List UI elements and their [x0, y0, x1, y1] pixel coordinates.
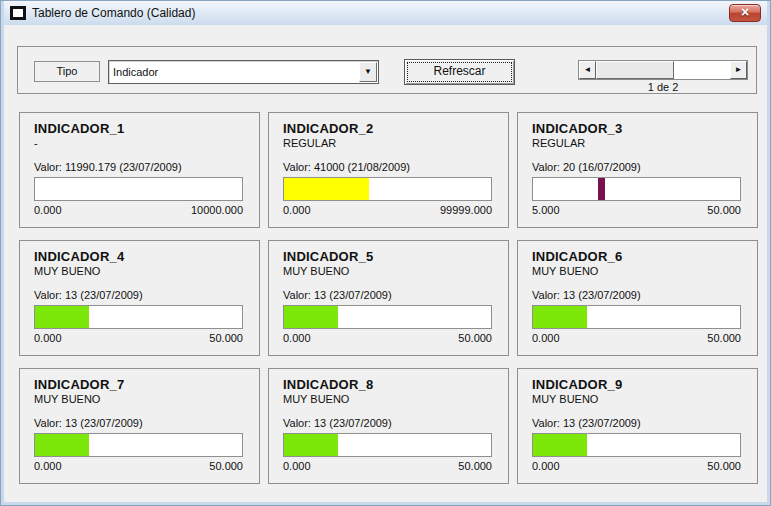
scroll-left-button[interactable]: ◄ [579, 61, 596, 79]
indicator-status: MUY BUENO [34, 393, 243, 406]
indicator-max: 50.000 [209, 332, 243, 344]
indicator-progress-bar [532, 305, 741, 329]
type-combobox-value: Indicador [109, 66, 358, 78]
indicator-value: Valor: 13 (23/07/2009) [283, 289, 492, 301]
indicator-progress-fill [35, 434, 89, 456]
arrow-right-icon: ► [735, 65, 743, 74]
indicator-progress-fill [533, 434, 587, 456]
indicator-progress-bar [34, 305, 243, 329]
indicator-value: Valor: 13 (23/07/2009) [532, 417, 741, 429]
indicator-min: 0.000 [283, 460, 311, 472]
indicator-min: 0.000 [532, 332, 560, 344]
client-area: Tipo Indicador ▼ Refrescar ◄ ► [4, 25, 767, 502]
indicator-marker-fill [598, 178, 605, 200]
title-bar[interactable]: Tablero de Comando (Calidad) × [4, 1, 767, 25]
indicator-progress-bar [532, 433, 741, 457]
arrow-left-icon: ◄ [584, 65, 592, 74]
refresh-button[interactable]: Refrescar [404, 59, 515, 85]
indicator-card-6: INDICADOR_6 MUY BUENO Valor: 13 (23/07/2… [517, 240, 758, 356]
indicator-progress-fill [284, 306, 338, 328]
indicator-title: INDICADOR_7 [34, 377, 243, 392]
indicator-range: 0.000 50.000 [34, 460, 243, 472]
indicator-title: INDICADOR_1 [34, 121, 243, 136]
app-form-icon [10, 6, 26, 20]
indicator-max: 50.000 [707, 460, 741, 472]
type-combobox[interactable]: Indicador ▼ [108, 60, 379, 84]
indicator-progress-bar [283, 177, 492, 201]
indicator-card-5: INDICADOR_5 MUY BUENO Valor: 13 (23/07/2… [268, 240, 509, 356]
close-icon: × [741, 4, 749, 20]
page-indicator-label: 1 de 2 [578, 81, 748, 93]
indicator-title: INDICADOR_3 [532, 121, 741, 136]
indicator-range: 0.000 50.000 [532, 460, 741, 472]
indicator-range: 0.000 10000.000 [34, 204, 243, 216]
indicator-min: 0.000 [283, 332, 311, 344]
indicator-max: 50.000 [707, 332, 741, 344]
indicator-card-4: INDICADOR_4 MUY BUENO Valor: 13 (23/07/2… [19, 240, 260, 356]
indicator-value: Valor: 13 (23/07/2009) [532, 289, 741, 301]
indicator-min: 5.000 [532, 204, 560, 216]
indicator-title: INDICADOR_2 [283, 121, 492, 136]
window-title: Tablero de Comando (Calidad) [32, 6, 195, 20]
indicator-status: - [34, 137, 243, 150]
indicator-title: INDICADOR_4 [34, 249, 243, 264]
indicator-min: 0.000 [34, 460, 62, 472]
indicator-progress-fill [35, 306, 89, 328]
indicator-status: MUY BUENO [283, 393, 492, 406]
indicator-title: INDICADOR_6 [532, 249, 741, 264]
indicator-max: 10000.000 [191, 204, 243, 216]
dialog-window: Tablero de Comando (Calidad) × Tipo Indi… [0, 0, 771, 506]
indicator-value: Valor: 41000 (21/08/2009) [283, 161, 492, 173]
indicator-range: 0.000 50.000 [532, 332, 741, 344]
scrollbar-thumb[interactable] [596, 61, 674, 79]
indicator-progress-bar [34, 433, 243, 457]
indicator-title: INDICADOR_9 [532, 377, 741, 392]
indicator-min: 0.000 [283, 204, 311, 216]
indicator-status: MUY BUENO [34, 265, 243, 278]
type-label: Tipo [34, 61, 100, 82]
indicator-status: REGULAR [283, 137, 492, 150]
indicator-range: 5.000 50.000 [532, 204, 741, 216]
indicator-value: Valor: 13 (23/07/2009) [34, 289, 243, 301]
indicator-progress-bar [283, 433, 492, 457]
chevron-down-icon: ▼ [364, 67, 372, 76]
indicator-progress-fill [284, 178, 369, 200]
indicator-status: MUY BUENO [532, 393, 741, 406]
indicator-range: 0.000 50.000 [283, 332, 492, 344]
indicator-max: 50.000 [209, 460, 243, 472]
indicator-min: 0.000 [532, 460, 560, 472]
indicator-grid: INDICADOR_1 - Valor: 11990.179 (23/07/20… [19, 112, 758, 484]
page-scrollbar[interactable]: ◄ ► [578, 60, 748, 80]
indicator-title: INDICADOR_5 [283, 249, 492, 264]
refresh-button-label: Refrescar [407, 62, 512, 82]
indicator-max: 99999.000 [440, 204, 492, 216]
indicator-card-7: INDICADOR_7 MUY BUENO Valor: 13 (23/07/2… [19, 368, 260, 484]
indicator-progress-bar [532, 177, 741, 201]
indicator-value: Valor: 11990.179 (23/07/2009) [34, 161, 243, 173]
combobox-dropdown-button[interactable]: ▼ [359, 62, 377, 82]
indicator-range: 0.000 50.000 [283, 460, 492, 472]
close-button[interactable]: × [729, 4, 761, 22]
scrollbar-track[interactable] [674, 61, 730, 79]
indicator-range: 0.000 99999.000 [283, 204, 492, 216]
indicator-max: 50.000 [707, 204, 741, 216]
indicator-max: 50.000 [458, 460, 492, 472]
indicator-max: 50.000 [458, 332, 492, 344]
indicator-progress-fill [284, 434, 338, 456]
indicator-progress-bar [283, 305, 492, 329]
indicator-card-8: INDICADOR_8 MUY BUENO Valor: 13 (23/07/2… [268, 368, 509, 484]
indicator-card-9: INDICADOR_9 MUY BUENO Valor: 13 (23/07/2… [517, 368, 758, 484]
indicator-min: 0.000 [34, 204, 62, 216]
indicator-value: Valor: 13 (23/07/2009) [34, 417, 243, 429]
indicator-value: Valor: 20 (16/07/2009) [532, 161, 741, 173]
indicator-title: INDICADOR_8 [283, 377, 492, 392]
indicator-status: MUY BUENO [532, 265, 741, 278]
indicator-card-1: INDICADOR_1 - Valor: 11990.179 (23/07/20… [19, 112, 260, 228]
controls-panel: Tipo Indicador ▼ Refrescar ◄ ► [17, 46, 757, 94]
scroll-right-button[interactable]: ► [730, 61, 747, 79]
indicator-progress-bar [34, 177, 243, 201]
indicator-card-2: INDICADOR_2 REGULAR Valor: 41000 (21/08/… [268, 112, 509, 228]
indicator-value: Valor: 13 (23/07/2009) [283, 417, 492, 429]
indicator-range: 0.000 50.000 [34, 332, 243, 344]
indicator-min: 0.000 [34, 332, 62, 344]
